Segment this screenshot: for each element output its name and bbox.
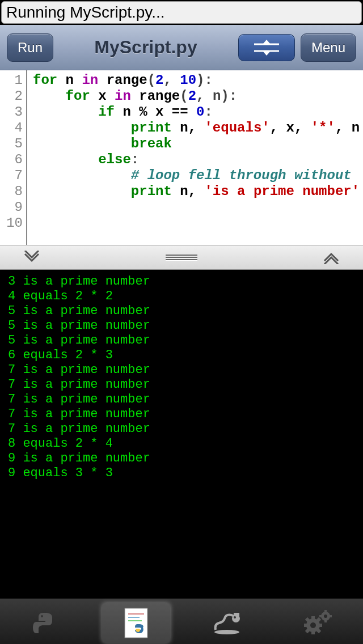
pane-divider[interactable] [0, 245, 363, 270]
svg-rect-24 [324, 620, 327, 622]
svg-point-22 [324, 615, 327, 618]
code-line[interactable]: for x in range(2, n): [33, 88, 363, 104]
line-number: 5 [0, 136, 23, 152]
svg-rect-9 [234, 613, 239, 616]
line-number-gutter: 12345678910 [0, 70, 27, 245]
split-view-button[interactable] [238, 34, 295, 61]
line-number: 7 [0, 168, 23, 184]
python-icon [32, 609, 59, 637]
status-bar: Running MyScript.py... [1, 1, 362, 24]
svg-rect-14 [311, 631, 315, 634]
line-number: 4 [0, 120, 23, 136]
svg-point-10 [214, 630, 239, 634]
split-icon [252, 39, 281, 57]
tab-interpreter[interactable] [11, 603, 79, 643]
code-line[interactable] [33, 215, 363, 231]
tab-editor[interactable] [102, 603, 170, 643]
code-line[interactable] [33, 200, 363, 215]
chevron-up-icon [322, 251, 340, 264]
menu-button[interactable]: Menu [301, 33, 356, 62]
tab-settings[interactable] [284, 603, 352, 643]
output-console[interactable]: 3 is a prime number 4 equals 2 * 2 5 is … [0, 270, 363, 599]
line-number: 1 [0, 73, 23, 88]
svg-rect-16 [319, 624, 322, 627]
svg-rect-23 [324, 610, 327, 612]
code-line[interactable]: if n % x == 0: [33, 104, 363, 120]
code-line[interactable]: print n, 'equals', x, '*', n [33, 120, 363, 136]
gear-icon [303, 609, 332, 637]
document-icon [123, 607, 150, 639]
line-number: 6 [0, 152, 23, 168]
svg-rect-26 [330, 615, 332, 617]
svg-rect-13 [311, 616, 315, 620]
snake-icon [211, 611, 243, 635]
svg-rect-15 [304, 624, 307, 627]
file-title: MyScript.py [59, 37, 233, 58]
line-number: 3 [0, 104, 23, 120]
code-line[interactable]: # loop fell through without [33, 168, 363, 184]
svg-point-8 [234, 616, 236, 618]
tab-console[interactable] [193, 603, 261, 643]
line-number: 8 [0, 184, 23, 200]
code-line[interactable]: print n, 'is a prime number' [33, 184, 363, 200]
svg-rect-3 [125, 608, 147, 638]
code-editor[interactable]: 12345678910 for n in range(2, 10): for x… [0, 70, 363, 245]
toolbar: Run MyScript.py Menu [0, 25, 363, 70]
code-line[interactable]: break [33, 136, 363, 152]
code-line[interactable]: else: [33, 152, 363, 168]
status-text: Running MyScript.py... [6, 3, 165, 22]
chevron-down-icon [23, 251, 41, 264]
tab-bar [0, 599, 363, 644]
svg-rect-25 [319, 615, 322, 617]
line-number: 9 [0, 200, 23, 215]
svg-point-2 [41, 615, 43, 617]
code-line[interactable]: for n in range(2, 10): [33, 73, 363, 88]
run-button[interactable]: Run [7, 33, 53, 62]
drag-handle-icon[interactable] [166, 255, 197, 260]
line-number: 10 [0, 215, 23, 231]
code-content[interactable]: for n in range(2, 10): for x in range(2,… [27, 70, 363, 245]
line-number: 2 [0, 88, 23, 104]
svg-point-12 [310, 622, 316, 628]
